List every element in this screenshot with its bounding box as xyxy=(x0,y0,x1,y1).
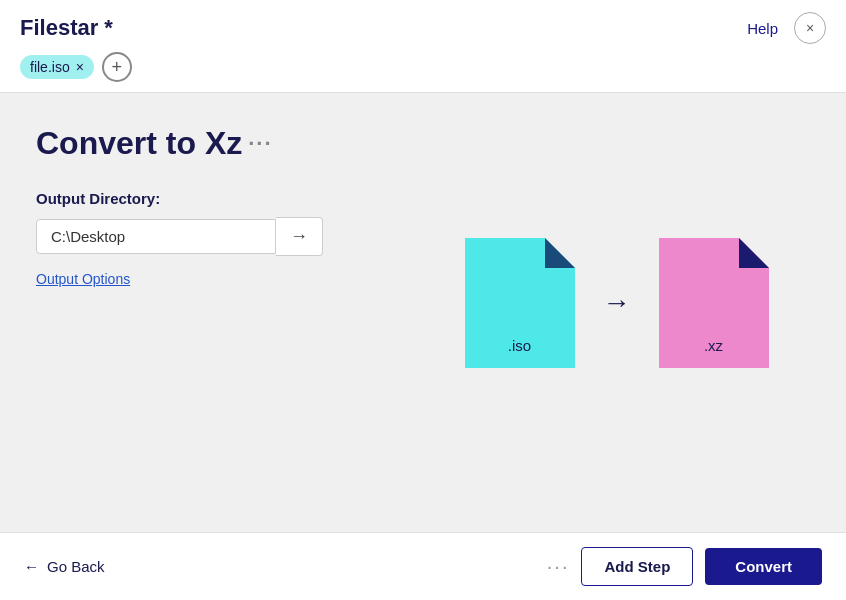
right-panel: .iso → .xz xyxy=(423,125,810,500)
footer-right: ··· Add Step Convert xyxy=(547,547,822,586)
main-content: Convert to Xz ··· Output Directory: → Ou… xyxy=(0,93,846,532)
header: Filestar * Help × file.iso × + xyxy=(0,0,846,93)
source-file-label: .iso xyxy=(508,337,531,354)
source-file-icon: .iso xyxy=(465,238,575,368)
add-file-button[interactable]: + xyxy=(102,52,132,82)
convert-button[interactable]: Convert xyxy=(705,548,822,585)
output-options-link[interactable]: Output Options xyxy=(36,271,130,287)
output-directory-row: → xyxy=(36,217,423,256)
go-back-label: Go Back xyxy=(47,558,105,575)
svg-marker-3 xyxy=(739,238,769,268)
conversion-arrow-icon: → xyxy=(603,287,631,319)
svg-marker-1 xyxy=(545,238,575,268)
close-button[interactable]: × xyxy=(794,12,826,44)
output-directory-label: Output Directory: xyxy=(36,190,423,207)
app-title: Filestar * xyxy=(20,15,113,41)
target-file-label: .xz xyxy=(704,337,723,354)
file-tag-close-icon[interactable]: × xyxy=(76,60,84,74)
add-step-button[interactable]: Add Step xyxy=(581,547,693,586)
more-options-button[interactable]: ··· xyxy=(547,555,570,578)
left-panel: Convert to Xz ··· Output Directory: → Ou… xyxy=(36,125,423,500)
right-arrow-icon: → xyxy=(290,226,308,247)
footer: ← Go Back ··· Add Step Convert xyxy=(0,532,846,600)
file-tag: file.iso × xyxy=(20,55,94,79)
file-tag-label: file.iso xyxy=(30,59,70,75)
header-right: Help × xyxy=(747,12,826,44)
output-directory-browse-button[interactable]: → xyxy=(276,217,323,256)
help-link[interactable]: Help xyxy=(747,20,778,37)
header-top: Filestar * Help × xyxy=(20,0,826,52)
page-title-text: Convert to Xz xyxy=(36,125,242,162)
target-file-icon: .xz xyxy=(659,238,769,368)
output-directory-input[interactable] xyxy=(36,219,276,254)
file-icons-container: .iso → .xz xyxy=(465,238,769,368)
header-tabs: file.iso × + xyxy=(20,52,826,92)
title-dots: ··· xyxy=(248,131,272,157)
page-title: Convert to Xz ··· xyxy=(36,125,423,162)
go-back-button[interactable]: ← Go Back xyxy=(24,558,105,575)
back-arrow-icon: ← xyxy=(24,558,39,575)
